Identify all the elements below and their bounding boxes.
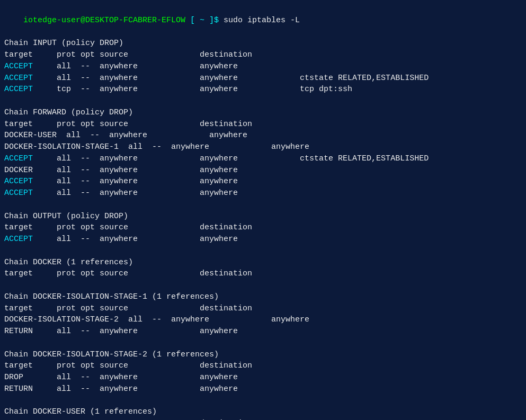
blank-4 xyxy=(4,280,522,291)
chain-docker-iso2-row-1: DROP all -- anywhere anywhere xyxy=(4,372,522,383)
prompt-user: iotedge-user@DESKTOP-FCABRER-EFLOW xyxy=(23,16,185,25)
chain-forward-row-2: DOCKER-ISOLATION-STAGE-1 all -- anywhere… xyxy=(4,141,522,153)
chain-output-col-header: target prot opt source destination xyxy=(4,222,522,234)
chain-docker-iso1-row-2: RETURN all -- anywhere anywhere xyxy=(4,326,522,337)
blank-3 xyxy=(4,245,522,257)
chain-forward-header: Chain FORWARD (policy DROP) xyxy=(4,107,522,119)
chain-docker-col-header: target prot opt source destination xyxy=(4,268,522,280)
blank-5 xyxy=(4,337,522,349)
chain-docker-header: Chain DOCKER (1 references) xyxy=(4,257,522,269)
chain-forward-row-1: DOCKER-USER all -- anywhere anywhere xyxy=(4,130,522,141)
chain-forward-row-6: ACCEPT all -- anywhere anywhere xyxy=(4,187,522,199)
chain-docker-iso2-row-2: RETURN all -- anywhere anywhere xyxy=(4,383,522,395)
chain-forward-row-5: ACCEPT all -- anywhere anywhere xyxy=(4,176,522,187)
chain-docker-iso1-row-1: DOCKER-ISOLATION-STAGE-2 all -- anywhere… xyxy=(4,314,522,326)
blank-1 xyxy=(4,95,522,107)
chain-docker-iso1-header: Chain DOCKER-ISOLATION-STAGE-1 (1 refere… xyxy=(4,291,522,303)
chain-input-header: Chain INPUT (policy DROP) xyxy=(4,38,522,49)
chain-forward-row-3: ACCEPT all -- anywhere anywhere ctstate … xyxy=(4,153,522,165)
chain-output-row-1: ACCEPT all -- anywhere anywhere xyxy=(4,234,522,245)
chain-docker-iso2-header: Chain DOCKER-ISOLATION-STAGE-2 (1 refere… xyxy=(4,349,522,361)
prompt-path: [ ~ ]$ xyxy=(185,16,219,25)
chain-input-row-3: ACCEPT tcp -- anywhere anywhere tcp dpt:… xyxy=(4,84,522,95)
chain-output-header: Chain OUTPUT (policy DROP) xyxy=(4,211,522,222)
chain-docker-user-col-header: target prot opt source destination xyxy=(4,418,522,420)
blank-2 xyxy=(4,199,522,211)
chain-input-row-2: ACCEPT all -- anywhere anywhere ctstate … xyxy=(4,73,522,84)
blank-6 xyxy=(4,395,522,407)
prompt-command: sudo iptables -L xyxy=(219,16,300,25)
prompt-line: iotedge-user@DESKTOP-FCABRER-EFLOW [ ~ ]… xyxy=(4,3,522,38)
chain-docker-user-header: Chain DOCKER-USER (1 references) xyxy=(4,406,522,418)
chain-forward-row-4: DOCKER all -- anywhere anywhere xyxy=(4,165,522,176)
chain-docker-iso2-col-header: target prot opt source destination xyxy=(4,360,522,372)
chain-docker-iso1-col-header: target prot opt source destination xyxy=(4,303,522,315)
chain-input-row-1: ACCEPT all -- anywhere anywhere xyxy=(4,61,522,73)
terminal-window: iotedge-user@DESKTOP-FCABRER-EFLOW [ ~ ]… xyxy=(0,0,526,420)
chain-input-col-header: target prot opt source destination xyxy=(4,49,522,61)
chain-forward-col-header: target prot opt source destination xyxy=(4,119,522,130)
